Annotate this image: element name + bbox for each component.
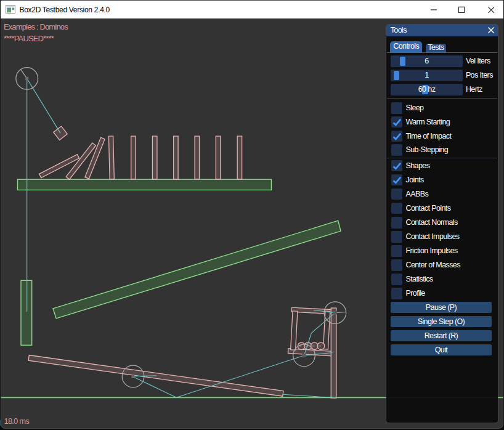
svg-text:18.0 ms: 18.0 ms [4,416,30,426]
svg-text:Examples : Dominos: Examples : Dominos [4,22,68,31]
svg-text:****PAUSED****: ****PAUSED**** [4,34,54,43]
